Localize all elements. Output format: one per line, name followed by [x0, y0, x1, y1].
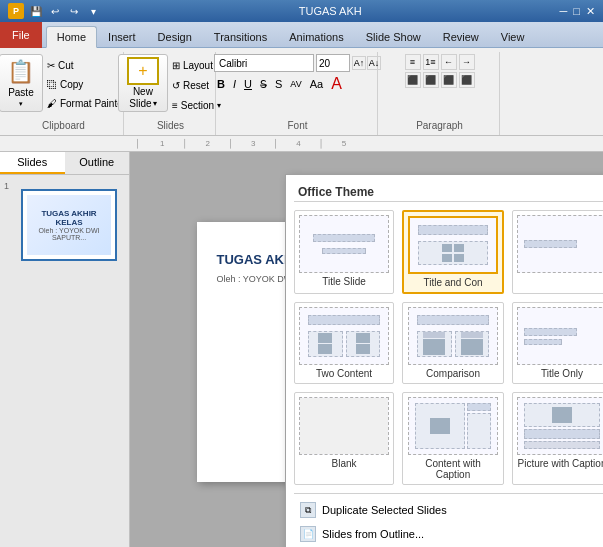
outline-tab[interactable]: Outline: [65, 152, 130, 174]
tab-design[interactable]: Design: [147, 25, 203, 47]
app-title: TUGAS AKH: [299, 5, 362, 17]
tab-review[interactable]: Review: [432, 25, 490, 47]
align-btns: ⬛ ⬛ ⬛ ⬛: [405, 72, 475, 88]
lt-comp-col2-content: [461, 332, 483, 355]
outline-icon: 📄: [300, 526, 316, 542]
new-slide-icon: +: [127, 57, 159, 85]
layout-title-only[interactable]: Title Only: [512, 302, 603, 384]
file-tab[interactable]: File: [0, 22, 42, 48]
lt-pic-cap-text: [524, 429, 599, 439]
quick-access-toolbar: 💾 ↩ ↪ ▾: [28, 3, 101, 19]
tab-home[interactable]: Home: [46, 26, 97, 48]
layout-title-slide[interactable]: Title Slide: [294, 210, 394, 294]
shadow-btn[interactable]: S: [272, 77, 285, 91]
increase-font-btn[interactable]: A↑: [352, 56, 366, 70]
save-qa-btn[interactable]: 💾: [28, 3, 44, 19]
thumb-title: TUGAS AKHIR KELAS: [31, 209, 107, 227]
clipboard-group: 📋 Paste ▾ ✂ Cut ⿻ Copy 🖌 Format Painter: [4, 52, 124, 135]
new-slide-button[interactable]: + New Slide ▾: [118, 54, 168, 112]
paragraph-group: ≡ 1≡ ← → ⬛ ⬛ ⬛ ⬛ Paragraph: [380, 52, 500, 135]
lt-col1-icon2: [318, 344, 332, 354]
font-group-label: Font: [218, 120, 377, 131]
lt-top-bar: [418, 225, 487, 235]
align-center-btn[interactable]: ⬛: [423, 72, 439, 88]
dropdown-header: Office Theme: [294, 183, 603, 202]
layout-label-title-slide: Title Slide: [299, 276, 389, 287]
layout-two-content[interactable]: Two Content: [294, 302, 394, 384]
close-btn[interactable]: ✕: [586, 5, 595, 18]
copy-button[interactable]: ⿻ Copy: [45, 75, 128, 93]
slide-thumbnail: TUGAS AKHIR KELAS Oleh : YOYOK DWI SAPUT…: [21, 189, 117, 261]
font-family-dropdown[interactable]: Calibri: [214, 54, 314, 72]
slide-thumb-inner: TUGAS AKHIR KELAS Oleh : YOYOK DWI SAPUT…: [27, 195, 111, 255]
redo-qa-btn[interactable]: ↪: [66, 3, 82, 19]
lt-comp-col2: [455, 331, 489, 357]
paste-button[interactable]: 📋 Paste ▾: [0, 54, 43, 112]
lt-title-only-design: [518, 322, 603, 351]
lt-content-area: [418, 241, 487, 266]
layout-icon: ⊞: [172, 60, 180, 71]
layout-blank-header[interactable]: [512, 210, 603, 294]
app-icon: P: [8, 3, 24, 19]
change-case-btn[interactable]: Aa: [307, 77, 326, 91]
layout-label: Layout: [183, 60, 213, 71]
indent-left-btn[interactable]: ←: [441, 54, 457, 70]
title-bar: P 💾 ↩ ↪ ▾ TUGAS AKH ─ □ ✕: [0, 0, 603, 22]
justify-btn[interactable]: ⬛: [459, 72, 475, 88]
tab-slideshow[interactable]: Slide Show: [355, 25, 432, 47]
scissors-icon: ✂: [47, 60, 55, 71]
tab-transitions[interactable]: Transitions: [203, 25, 278, 47]
slides-tab[interactable]: Slides: [0, 152, 65, 174]
new-slide-label: New: [133, 86, 153, 97]
layout-comparison[interactable]: Comparison: [402, 302, 504, 384]
lt-title-only-bar2: [524, 339, 562, 345]
decrease-font-btn[interactable]: A↓: [367, 56, 381, 70]
lt-comp-col1-content: [423, 332, 445, 355]
char-spacing-btn[interactable]: AV: [287, 78, 304, 90]
underline-btn[interactable]: U: [241, 77, 255, 91]
strikethrough-btn[interactable]: S̶: [257, 77, 270, 92]
align-left-btn[interactable]: ⬛: [405, 72, 421, 88]
layout-thumb-blank-header: [517, 215, 603, 273]
lt-col2-icon: [356, 333, 370, 343]
font-group: Calibri 20 A↑ A↓ B I U S̶ S AV Aa A Font: [218, 52, 378, 135]
indent-right-btn[interactable]: →: [459, 54, 475, 70]
layout-blank[interactable]: Blank: [294, 392, 394, 485]
align-right-btn[interactable]: ⬛: [441, 72, 457, 88]
duplicate-slides-item[interactable]: ⧉ Duplicate Selected Slides: [294, 498, 603, 522]
cut-button[interactable]: ✂ Cut: [45, 56, 128, 74]
bold-btn[interactable]: B: [214, 77, 228, 91]
tab-insert[interactable]: Insert: [97, 25, 147, 47]
lt-icon2: [454, 244, 464, 252]
tab-view[interactable]: View: [490, 25, 536, 47]
restore-btn[interactable]: □: [573, 5, 580, 18]
lt-col1-icon: [318, 333, 332, 343]
customize-qa-btn[interactable]: ▾: [85, 3, 101, 19]
font-size-btns: A↑ A↓: [352, 56, 381, 70]
slide-item[interactable]: 1 TUGAS AKHIR KELAS Oleh : YOYOK DWI SAP…: [0, 175, 129, 275]
lt-col1: [308, 331, 342, 357]
section-icon: ≡: [172, 100, 178, 111]
bullets-btn[interactable]: ≡: [405, 54, 421, 70]
layout-content-caption[interactable]: Content with Caption: [402, 392, 504, 485]
font-color-btn[interactable]: A: [328, 74, 345, 94]
lt-comp-bar2: [461, 332, 483, 338]
slides-from-outline-item[interactable]: 📄 Slides from Outline...: [294, 522, 603, 546]
lt-icon4: [454, 254, 464, 262]
section-label: Section: [181, 100, 214, 111]
tab-animations[interactable]: Animations: [278, 25, 354, 47]
undo-qa-btn[interactable]: ↩: [47, 3, 63, 19]
layout-picture-caption[interactable]: Picture with Caption: [512, 392, 603, 485]
lt-col2: [346, 331, 380, 357]
lt-pic-cap-main: [524, 403, 599, 427]
outline-label: Slides from Outline...: [322, 528, 424, 540]
italic-btn[interactable]: I: [230, 77, 239, 91]
format-painter-button[interactable]: 🖌 Format Painter: [45, 94, 128, 112]
lt-header-design: [518, 234, 603, 254]
layout-title-and-content[interactable]: Title and Con: [402, 210, 504, 294]
font-size-dropdown[interactable]: 20: [316, 54, 350, 72]
ruler: │1│2│3│4│5: [0, 136, 603, 152]
format-painter-label: Format Painter: [60, 98, 126, 109]
numbering-btn[interactable]: 1≡: [423, 54, 439, 70]
minimize-btn[interactable]: ─: [560, 5, 568, 18]
